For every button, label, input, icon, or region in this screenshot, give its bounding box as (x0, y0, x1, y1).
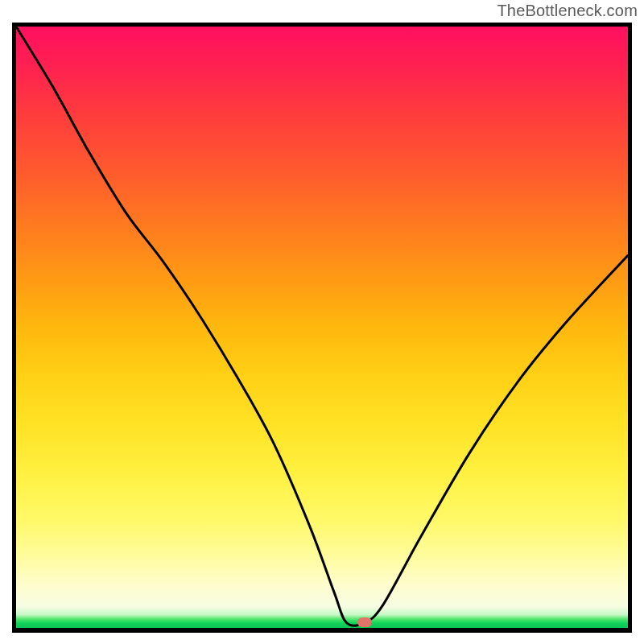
plot-frame (12, 23, 632, 633)
attribution-text: TheBottleneck.com (497, 2, 638, 20)
bottleneck-curve (16, 27, 628, 629)
optimal-marker (357, 617, 372, 627)
